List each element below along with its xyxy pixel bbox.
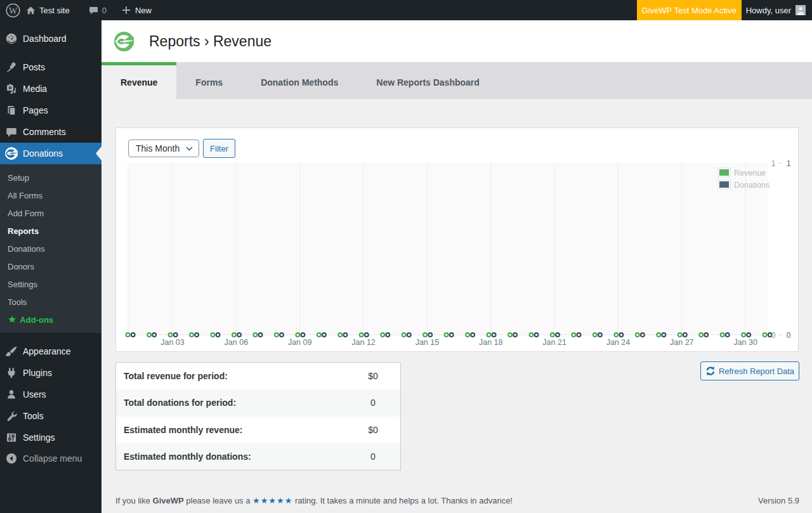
svg-text:Jan 30: Jan 30 xyxy=(733,338,757,347)
svg-text:1: 1 xyxy=(787,159,791,168)
svg-text:0: 0 xyxy=(771,331,776,340)
svg-text:Jan 06: Jan 06 xyxy=(225,338,249,347)
svg-text:Jan 21: Jan 21 xyxy=(542,338,566,347)
svg-text:W: W xyxy=(9,6,18,15)
svg-text:Jan 09: Jan 09 xyxy=(288,338,312,347)
svg-text:Jan 27: Jan 27 xyxy=(670,338,694,347)
svg-text:1: 1 xyxy=(771,159,776,168)
svg-text:Jan 15: Jan 15 xyxy=(416,338,440,347)
svg-text:Jan 12: Jan 12 xyxy=(351,338,376,347)
svg-text:Revenue: Revenue xyxy=(734,169,766,178)
svg-text:Jan 18: Jan 18 xyxy=(479,338,503,347)
svg-text:0: 0 xyxy=(787,331,791,340)
svg-text:Jan 24: Jan 24 xyxy=(606,338,631,347)
svg-text:Donations: Donations xyxy=(734,181,769,190)
svg-text:Jan 03: Jan 03 xyxy=(160,338,185,347)
